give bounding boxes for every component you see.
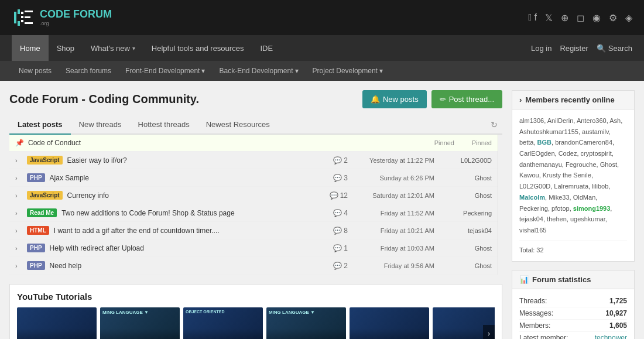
member-alm1306[interactable]: alm1306	[519, 117, 544, 124]
svg-rect-9	[25, 22, 33, 24]
post-date: Sunday at 6:26 PM	[352, 174, 434, 182]
post-title-text[interactable]: Currency info	[67, 191, 320, 200]
nav-whats-new[interactable]: What's new ▾	[83, 35, 143, 61]
members-online-header: › Members recently online	[512, 91, 634, 109]
svg-rect-3	[18, 21, 20, 26]
post-author[interactable]: Peckering	[439, 210, 492, 217]
post-tag[interactable]: JavaScript	[27, 156, 63, 165]
member-simong1993[interactable]: simong1993	[573, 205, 611, 212]
video-thumb-1[interactable]: HON TUTORHE RETURN STATEMEN	[17, 307, 97, 339]
member-oldman[interactable]: OldMan	[573, 194, 596, 201]
tab-hottest-threads[interactable]: Hottest threads	[130, 115, 198, 135]
post-author[interactable]: L0L2G00D	[439, 157, 492, 164]
logo[interactable]: CODE FORUM .org	[12, 6, 112, 29]
subnav-backend[interactable]: Back-End Development ▾	[212, 61, 305, 81]
post-tag[interactable]: PHP	[27, 261, 45, 270]
reddit-icon[interactable]: ◉	[592, 12, 601, 23]
member-danthemanayu[interactable]: danthemanayu	[519, 161, 562, 168]
video-thumb-4[interactable]: MING LANGUAGE ▼ 2d arrays &nested loop	[266, 307, 346, 339]
member-vishal165[interactable]: vishal165	[519, 227, 546, 234]
posts-table: 📌 Code of Conduct Pinned Pinned › JavaSc…	[9, 135, 498, 275]
post-title-text[interactable]: Need help	[50, 262, 320, 270]
discord-icon[interactable]: ⊕	[561, 12, 568, 23]
post-title-text[interactable]: I want to add a gif after the end of cou…	[54, 227, 320, 235]
tab-new-threads[interactable]: New threads	[71, 115, 130, 135]
nav-home[interactable]: Home	[12, 35, 49, 61]
post-title-text[interactable]: Ajax Sample	[50, 174, 320, 182]
post-date: Friday at 9:56 AM	[352, 262, 434, 269]
twitter-icon[interactable]: 𝕏	[545, 12, 553, 23]
post-title-text[interactable]: Easier way to if/or?	[67, 156, 320, 165]
member-l0l2g00d[interactable]: L0L2G00D	[519, 183, 550, 190]
login-link[interactable]: Log in	[531, 44, 551, 53]
member-kawou[interactable]: Kawou	[519, 172, 539, 179]
member-krusty[interactable]: Krusty the Senile	[543, 172, 591, 179]
main-nav-right: Log in Register 🔍 Search	[531, 44, 632, 53]
post-author[interactable]: Ghost	[439, 245, 492, 252]
post-tag[interactable]: PHP	[27, 173, 45, 182]
member-antero360[interactable]: Antero360	[577, 117, 607, 124]
post-tag[interactable]: HTML	[27, 226, 49, 235]
post-thread-button[interactable]: ✏ Post thread...	[431, 90, 502, 108]
member-ash[interactable]: Ash	[609, 117, 621, 124]
member-thehen[interactable]: thehen	[547, 215, 567, 222]
member-brandon[interactable]: brandonCameron84	[555, 139, 612, 146]
subnav-search-forums[interactable]: Search forums	[59, 61, 118, 81]
post-author[interactable]: Ghost	[439, 174, 492, 182]
nav-shop[interactable]: Shop	[49, 35, 83, 61]
member-codez[interactable]: Codez	[559, 150, 577, 157]
video-thumb-5[interactable]: HON TUTORERROR HANDLING	[350, 307, 429, 339]
member-lalremruata[interactable]: Lalremruata	[554, 183, 588, 190]
subnav-frontend[interactable]: Front-End Development ▾	[118, 61, 212, 81]
video-thumb-3[interactable]: OBJECT ORIENTED HON TUTORS & INSTANCE AT…	[183, 307, 263, 339]
nav-helpful-tools[interactable]: Helpful tools and resources	[143, 35, 252, 61]
carousel-next-button[interactable]: ›	[483, 325, 495, 339]
member-bgb[interactable]: BGB	[537, 139, 551, 146]
post-author[interactable]: Ghost	[439, 262, 492, 269]
member-anilderin[interactable]: AnilDerin	[547, 117, 574, 124]
rss-icon[interactable]: ◈	[625, 12, 632, 23]
refresh-button[interactable]: ↻	[486, 118, 502, 132]
post-tag[interactable]: PHP	[27, 244, 45, 252]
page-content: Code Forum - Coding Community. 🔔 New pos…	[0, 81, 644, 339]
member-ashutosh[interactable]: Ashutoshkumar1155	[519, 128, 578, 135]
scroll-bar[interactable]	[498, 135, 502, 275]
instagram-icon[interactable]: ◻	[577, 12, 584, 23]
member-peckering[interactable]: Peckering	[519, 205, 548, 212]
post-tag[interactable]: Read Me	[27, 208, 57, 217]
page-header: Code Forum - Coding Community. 🔔 New pos…	[9, 90, 502, 108]
post-replies: 💬1	[324, 244, 348, 252]
member-austamilv[interactable]: austamilv	[582, 128, 609, 135]
member-mike33[interactable]: Mike33	[549, 194, 569, 201]
member-tejask04[interactable]: tejask04	[519, 215, 543, 222]
register-link[interactable]: Register	[560, 44, 588, 53]
facebook-icon[interactable]:  f	[528, 12, 537, 23]
post-title-text[interactable]: Two new additions to Code Forum! Shop & …	[61, 209, 320, 217]
post-tag[interactable]: JavaScript	[27, 191, 63, 200]
nav-ide[interactable]: IDE	[252, 35, 281, 61]
post-title-text[interactable]: Help with redirect after Upload	[50, 244, 320, 252]
post-author[interactable]: tejask04	[439, 227, 492, 234]
member-carleogden[interactable]: CarlEOgden	[519, 150, 555, 157]
tab-latest-posts[interactable]: Latest posts	[9, 115, 71, 135]
search-button[interactable]: 🔍 Search	[597, 44, 632, 53]
member-cryptospirit[interactable]: cryptospirit	[581, 150, 612, 157]
member-ghost[interactable]: Ghost	[600, 161, 617, 168]
post-author[interactable]: Ghost	[439, 192, 492, 199]
member-ugeshkumar[interactable]: ugeshkumar	[570, 215, 605, 222]
post-title-text[interactable]: Code of Conduct	[28, 139, 426, 147]
member-betta[interactable]: betta	[519, 139, 533, 146]
subnav-project[interactable]: Project Development ▾	[306, 61, 390, 81]
chevron-icon: ›	[15, 157, 22, 164]
member-fegrouche[interactable]: Fegrouche	[566, 161, 597, 168]
member-pfotop[interactable]: pfotop	[551, 205, 570, 212]
github-icon[interactable]: ⚙	[609, 12, 617, 23]
latest-member-link[interactable]: techpower	[595, 334, 627, 339]
video-thumb-2[interactable]: MING LANGUAGE ▼ getters &setters	[100, 307, 180, 339]
member-lilibob[interactable]: lilibob	[592, 183, 608, 190]
tab-newest-resources[interactable]: Newest Resources	[198, 115, 278, 135]
post-pinned-label: Pinned	[431, 139, 454, 146]
member-malcolm[interactable]: Malcolm	[519, 194, 545, 201]
subnav-new-posts[interactable]: New posts	[12, 61, 59, 81]
new-posts-button[interactable]: 🔔 New posts	[362, 90, 427, 108]
